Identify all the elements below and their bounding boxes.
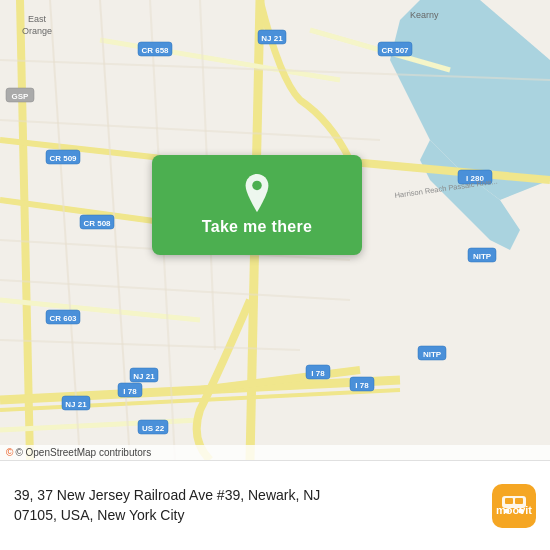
svg-text:NJ 21: NJ 21 <box>133 372 155 381</box>
address-line2: 07105, USA, New York City <box>14 506 480 526</box>
attribution-bar: © © OpenStreetMap contributors <box>0 445 550 460</box>
svg-text:CR 507: CR 507 <box>381 46 409 55</box>
bottom-info-section: 39, 37 New Jersey Railroad Ave #39, Newa… <box>0 460 550 550</box>
moovit-logo: moovit <box>492 484 536 528</box>
svg-text:CR 658: CR 658 <box>141 46 169 55</box>
svg-rect-67 <box>515 498 523 504</box>
osm-logo: © <box>6 447 13 458</box>
svg-text:NJ 21: NJ 21 <box>65 400 87 409</box>
svg-text:I 78: I 78 <box>123 387 137 396</box>
svg-text:Kearny: Kearny <box>410 10 439 20</box>
svg-rect-66 <box>505 498 513 504</box>
svg-text:GSP: GSP <box>12 92 30 101</box>
map-area: GSP CR 658 NJ 21 CR 507 CR 509 CR 508 I … <box>0 0 550 460</box>
svg-text:NITP: NITP <box>423 350 442 359</box>
take-me-there-label: Take me there <box>202 218 312 236</box>
svg-text:US 22: US 22 <box>142 424 165 433</box>
moovit-logo-svg: moovit <box>492 484 536 528</box>
svg-point-60 <box>252 181 262 191</box>
svg-text:CR 508: CR 508 <box>83 219 111 228</box>
svg-text:NITP: NITP <box>473 252 492 261</box>
take-me-there-button[interactable]: Take me there <box>152 155 362 255</box>
address-line1: 39, 37 New Jersey Railroad Ave #39, Newa… <box>14 486 480 506</box>
svg-text:I 78: I 78 <box>311 369 325 378</box>
address-block: 39, 37 New Jersey Railroad Ave #39, Newa… <box>14 486 480 525</box>
svg-text:NJ 21: NJ 21 <box>261 34 283 43</box>
main-container: GSP CR 658 NJ 21 CR 507 CR 509 CR 508 I … <box>0 0 550 550</box>
svg-text:East: East <box>28 14 47 24</box>
location-pin-icon <box>241 174 273 212</box>
svg-text:I 78: I 78 <box>355 381 369 390</box>
svg-point-65 <box>519 508 524 513</box>
svg-text:CR 603: CR 603 <box>49 314 77 323</box>
svg-text:Orange: Orange <box>22 26 52 36</box>
svg-text:CR 509: CR 509 <box>49 154 77 163</box>
svg-point-64 <box>505 508 510 513</box>
attribution-text: © OpenStreetMap contributors <box>15 447 151 458</box>
